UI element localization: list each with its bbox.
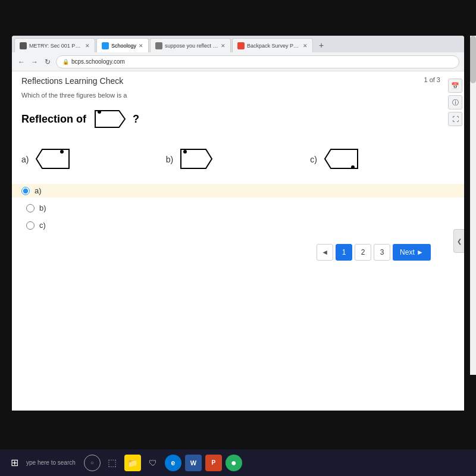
radio-input-b[interactable]	[26, 204, 35, 212]
next-button[interactable]: Next ►	[393, 244, 431, 261]
tab-label-backpack: Backpack Survey Pd5 - Google	[247, 43, 300, 49]
tab-label-reflect: suppose you reflect a triangle	[165, 43, 218, 49]
reference-shape	[92, 106, 128, 133]
svg-point-2	[60, 150, 64, 154]
taskbar-search-text: ype here to search	[26, 459, 76, 466]
option-c-svg	[322, 145, 361, 174]
url-bar[interactable]: 🔒 bcps.schoology.com	[56, 55, 459, 68]
collapse-arrow-icon: ❮	[457, 238, 462, 245]
page-3-button[interactable]: 3	[374, 244, 390, 261]
tab-close-backpack[interactable]: ✕	[303, 43, 308, 49]
tab-label-geometry: METRY: Sec 001 PER08 | S-...	[29, 43, 83, 49]
shapes-area: Reflection of ?	[21, 106, 455, 133]
question-mark: ?	[133, 113, 139, 126]
info-tool-button[interactable]: ⓘ	[448, 95, 462, 109]
option-a-svg	[33, 145, 72, 174]
forward-button[interactable]: →	[30, 58, 39, 66]
option-b-shape	[178, 145, 217, 174]
tab-label-schoology: Schoology	[111, 43, 136, 49]
reflection-label: Reflection of	[21, 113, 86, 126]
tab-close-schoology[interactable]: ✕	[139, 43, 143, 49]
expand-tool-button[interactable]: ⛶	[448, 112, 462, 126]
radio-label-c: c)	[39, 221, 46, 230]
edge-browser-button[interactable]: e	[165, 455, 181, 471]
svg-point-4	[183, 150, 187, 154]
option-b-svg	[178, 145, 217, 174]
info-icon: ⓘ	[452, 98, 459, 107]
tab-favicon-backpack	[237, 42, 245, 49]
tab-close-geometry[interactable]: ✕	[85, 43, 90, 49]
option-b-label: b)	[166, 155, 173, 164]
word-button[interactable]: W	[185, 455, 202, 471]
calendar-tool-button[interactable]: 📅	[448, 79, 462, 93]
taskbar-search-button[interactable]: ○	[84, 455, 101, 471]
radio-label-a: a)	[35, 186, 42, 195]
options-area: a) b)	[21, 145, 455, 174]
lock-icon: 🔒	[62, 59, 69, 65]
browser-window: METRY: Sec 001 PER08 | S-... ✕ Schoology…	[12, 36, 464, 411]
tab-favicon-reflect	[155, 42, 162, 49]
expand-icon: ⛶	[452, 115, 459, 123]
radio-group: a) b) c)	[21, 184, 455, 232]
tab-close-reflect[interactable]: ✕	[221, 43, 226, 49]
option-b-item: b)	[166, 145, 311, 174]
option-c-item: c)	[310, 145, 455, 174]
tabs-bar: METRY: Sec 001 PER08 | S-... ✕ Schoology…	[12, 36, 464, 52]
refresh-button[interactable]: ↻	[43, 58, 52, 66]
radio-option-a[interactable]: a)	[21, 186, 459, 195]
next-button-label: Next ►	[400, 248, 424, 256]
question-prompt: Which of the three figures below is a	[21, 92, 455, 99]
option-a-shape	[33, 145, 72, 174]
prev-page-button[interactable]: ◄	[317, 244, 333, 261]
powerpoint-button[interactable]: P	[205, 455, 222, 471]
scrollbar-track	[470, 36, 476, 375]
taskview-button[interactable]: ⬚	[104, 455, 121, 471]
tab-geometry[interactable]: METRY: Sec 001 PER08 | S-... ✕	[14, 38, 95, 52]
sidebar-tools: 📅 ⓘ ⛶	[446, 76, 464, 129]
taskbar-search-area: ype here to search	[26, 459, 76, 466]
url-text: bcps.schoology.com	[71, 58, 125, 65]
radio-input-a[interactable]	[21, 187, 30, 195]
pagination: ◄ 1 2 3 Next ►	[21, 244, 455, 261]
file-explorer-button[interactable]: 📁	[124, 455, 141, 471]
page-1-button[interactable]: 1	[336, 244, 352, 261]
page-number: 1 of 3	[424, 76, 440, 83]
reference-shape-svg	[92, 106, 128, 133]
back-button[interactable]: ←	[17, 58, 26, 66]
radio-input-c[interactable]	[26, 221, 35, 230]
tab-favicon-schoology	[102, 42, 109, 49]
tab-favicon-geometry	[20, 42, 27, 49]
taskbar: ⊞ ype here to search ○ ⬚ 📁 🛡 e W P ●	[0, 449, 476, 476]
option-a-item: a)	[21, 145, 166, 174]
tab-schoology[interactable]: Schoology ✕	[96, 38, 149, 52]
radio-label-b: b)	[39, 203, 46, 212]
option-c-label: c)	[310, 155, 317, 164]
option-c-shape	[322, 145, 361, 174]
new-tab-button[interactable]: +	[314, 38, 328, 52]
scrollbar-thumb[interactable]	[470, 36, 476, 83]
windows-start-button[interactable]: ⊞	[6, 455, 23, 471]
selected-row-a: a)	[12, 184, 464, 198]
svg-marker-3	[36, 149, 69, 168]
page-content: 1 of 3 📅 ⓘ ⛶ ❮ Reflections Learning Chec…	[12, 71, 464, 411]
tab-backpack[interactable]: Backpack Survey Pd5 - Google ✕	[232, 38, 313, 52]
sidebar-collapse-button[interactable]: ❮	[453, 229, 464, 253]
page-title: Reflections Learning Check	[21, 76, 455, 86]
shield-button[interactable]: 🛡	[145, 455, 161, 471]
green-app-button[interactable]: ●	[226, 455, 242, 471]
radio-option-c[interactable]: c)	[21, 218, 455, 232]
calendar-icon: 📅	[451, 82, 459, 90]
address-bar: ← → ↻ 🔒 bcps.schoology.com	[12, 52, 464, 71]
laptop-frame: METRY: Sec 001 PER08 | S-... ✕ Schoology…	[0, 0, 476, 476]
tab-reflect[interactable]: suppose you reflect a triangle ✕	[150, 38, 231, 52]
radio-option-b[interactable]: b)	[21, 201, 455, 215]
page-2-button[interactable]: 2	[355, 244, 371, 261]
option-a-label: a)	[21, 155, 29, 164]
